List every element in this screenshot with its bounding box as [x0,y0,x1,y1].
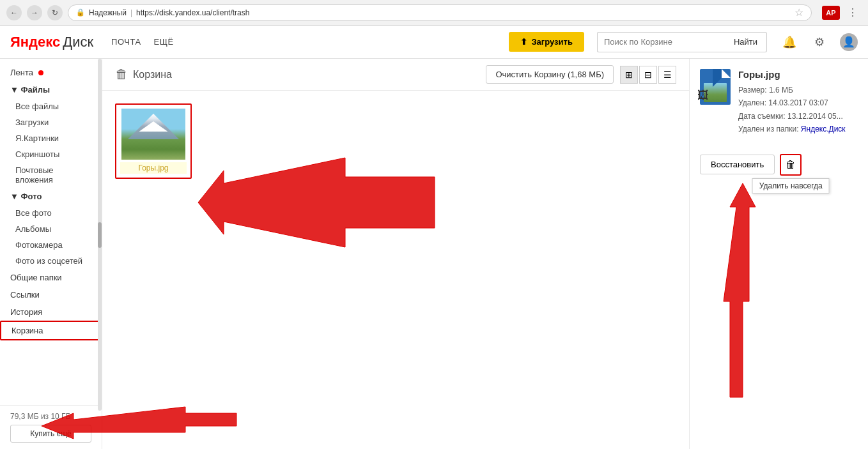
sidebar-item-links[interactable]: Ссылки [0,286,102,303]
buy-button[interactable]: Купить ещё [10,425,91,443]
sidebar: Лента ▼ Файлы Все файлы Загрузки Я.Карти… [0,59,102,449]
main-content: 🗑 Корзина Очистить Корзину (1,68 МБ) ⊞ ⊟… [102,59,689,449]
deleted-value: 14.03.2017 03:07 [768,98,828,107]
lenta-label: Лента [10,68,33,77]
upload-label: Загрузить [531,37,572,47]
storage-text: 79,3 МБ из 10 ГБ [10,412,91,421]
sidebar-item-mail-attachments[interactable]: Почтовые вложения [0,162,102,188]
browser-chrome: ← → ↻ 🔒 Надежный | https://disk.yandex.u… [0,0,868,26]
deleted-from-link[interactable]: Яндекс.Диск [801,125,846,133]
sidebar-item-all-files[interactable]: Все файлы [0,98,102,114]
sidebar-item-ya-images[interactable]: Я.Картинки [0,130,102,146]
sidebar-item-history[interactable]: История [0,303,102,321]
file-name-label: Горы.jpg [120,162,187,174]
deleted-from-label: Удален из папки: [738,125,799,133]
main-toolbar: 🗑 Корзина Очистить Корзину (1,68 МБ) ⊞ ⊟… [102,59,689,91]
logo[interactable]: Яндекс Диск [10,34,93,50]
deleted-label: Удален: [738,98,766,107]
file-thumbnail [121,109,185,160]
logo-yandex: Яндекс [10,34,60,50]
trash-icon-area: 🗑 Корзина [115,67,172,82]
header-nav: ПОЧТА ЕЩЁ [111,37,174,47]
sidebar-item-trash[interactable]: Корзина [0,321,102,340]
extensions-button[interactable]: AP [822,6,840,20]
sidebar-section-files[interactable]: ▼ Файлы [0,81,102,98]
delete-tooltip: Удалить навсегда [752,178,830,194]
file-preview-title: Горы.jpg [738,69,846,80]
nav-more[interactable]: ЕЩЁ [154,37,174,47]
file-info: Горы.jpg Размер: 1.6 МБ Удален: 14.03.20… [738,69,846,136]
app-body: Лента ▼ Файлы Все файлы Загрузки Я.Карти… [0,59,868,449]
address-bar: 🔒 Надежный | https://disk.yandex.ua/clie… [68,4,812,21]
view-grid-large-button[interactable]: ⊞ [620,66,638,84]
trash-bin-icon: 🗑 [115,67,128,82]
photo-date-value: 13.12.2014 05... [787,112,843,121]
nav-mail[interactable]: ПОЧТА [111,37,141,47]
trash-icon: 🗑 [786,159,796,171]
sidebar-item-screenshots[interactable]: Скриншоты [0,146,102,162]
lenta-dot [38,70,43,75]
file-preview-icon: 🖼 [700,69,731,105]
sidebar-item-albums[interactable]: Альбомы [0,221,102,237]
file-actions: Восстановить 🗑 Удалить навсегда [700,154,858,176]
files-section-label: ▼ Файлы [10,85,50,95]
forward-button[interactable]: → [27,5,42,20]
sidebar-scrollbar-thumb [98,222,102,248]
settings-button[interactable]: ⚙ [812,33,827,52]
view-grid-small-button[interactable]: ⊟ [639,66,657,84]
sidebar-item-social-photos[interactable]: Фото из соцсетей [0,253,102,269]
reload-button[interactable]: ↻ [47,5,63,20]
clear-trash-button[interactable]: Очистить Корзину (1,68 МБ) [486,65,614,84]
view-list-button[interactable]: ☰ [658,66,676,84]
secure-icon: 🔒 [76,8,85,17]
app-header: Яндекс Диск ПОЧТА ЕЩЁ ⬆ Загрузить Найти … [0,26,868,59]
secure-label: Надежный [89,8,127,17]
restore-button[interactable]: Восстановить [700,155,775,174]
sidebar-item-lenta[interactable]: Лента [0,64,102,81]
upload-icon: ⬆ [520,37,527,47]
url-text: https://disk.yandex.ua/client/trash [136,8,249,17]
view-buttons: ⊞ ⊟ ☰ [620,66,676,84]
bookmark-icon[interactable]: ☆ [794,6,803,19]
files-area: Горы.jpg [102,91,689,449]
size-label: Размер: [738,86,767,95]
avatar: 👤 [840,33,858,51]
breadcrumb-title: Корзина [133,69,172,80]
avatar-icon: 👤 [842,36,855,48]
notification-button[interactable]: 🔔 [780,33,799,52]
right-panel: 🖼 Горы.jpg Размер: 1.6 МБ Удален: 14.03.… [689,59,868,449]
sidebar-content: Лента ▼ Файлы Все файлы Загрузки Я.Карти… [0,59,102,405]
sidebar-item-downloads[interactable]: Загрузки [0,114,102,130]
file-preview-header: 🖼 Горы.jpg Размер: 1.6 МБ Удален: 14.03.… [700,69,858,136]
browser-actions: AP ⋮ [822,4,862,22]
sidebar-item-shared[interactable]: Общие папки [0,269,102,286]
file-meta: Размер: 1.6 МБ Удален: 14.03.2017 03:07 … [738,84,846,136]
photo-section-label: ▼ Фото [10,192,42,201]
upload-button[interactable]: ⬆ Загрузить [509,32,584,52]
sidebar-section-photo[interactable]: ▼ Фото [0,188,102,205]
delete-forever-wrapper: 🗑 Удалить навсегда [780,154,802,176]
size-value: 1.6 МБ [769,86,793,95]
search-button[interactable]: Найти [725,32,767,52]
sidebar-item-camera[interactable]: Фотокамера [0,237,102,253]
search-area: Найти [597,32,767,52]
image-icon: 🖼 [697,89,709,102]
sidebar-footer: 79,3 МБ из 10 ГБ Купить ещё [0,405,102,449]
logo-disk: Диск [63,34,93,50]
mountain-image [121,109,185,160]
photo-date-label: Дата съемки: [738,112,786,121]
back-button[interactable]: ← [6,5,22,20]
sidebar-item-all-photos[interactable]: Все фото [0,205,102,221]
menu-button[interactable]: ⋮ [844,4,862,22]
search-input[interactable] [597,32,725,52]
delete-forever-button[interactable]: 🗑 [780,154,802,176]
file-item-gory[interactable]: Горы.jpg [115,103,192,179]
sidebar-scrollbar[interactable] [98,59,102,411]
